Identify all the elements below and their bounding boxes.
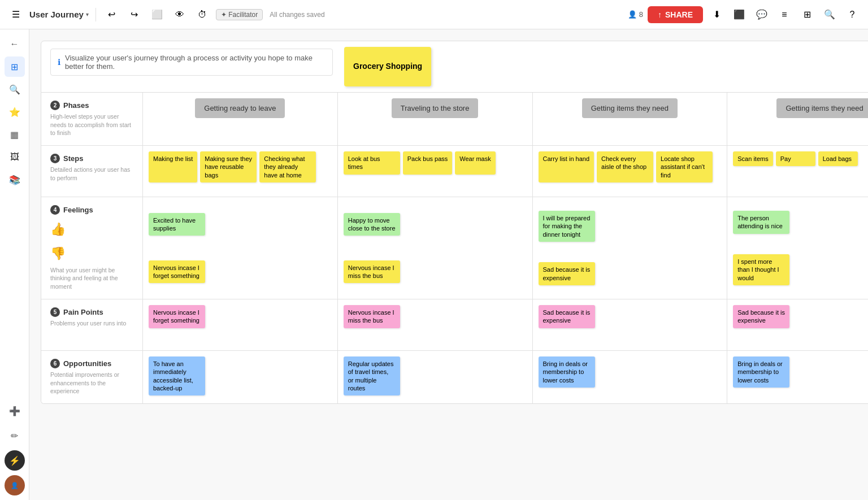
step-note-3-1[interactable]: Carry list in hand: [539, 151, 594, 182]
step-note-1-2[interactable]: Making sure they have reusable bags: [200, 151, 257, 182]
users-count: 8: [639, 10, 643, 19]
steps-cell-1: Making the list Making sure they have re…: [143, 146, 338, 197]
opp-cell-3: Bring in deals or membership to lower co…: [533, 351, 728, 403]
feeling-neg-3[interactable]: Sad because it is expensive: [539, 262, 595, 285]
sidebar-item-add[interactable]: ➕: [5, 401, 25, 421]
feeling-neg-1[interactable]: Nervous incase I forget something: [149, 260, 205, 284]
present-button[interactable]: ⬛: [730, 6, 748, 24]
chevron-down-icon: ▾: [86, 11, 89, 18]
redo-button[interactable]: ↪: [125, 6, 144, 24]
frame-button[interactable]: ⬜: [148, 6, 166, 24]
pain-note-4[interactable]: Sad because it is expensive: [733, 305, 789, 328]
feeling-pos-2[interactable]: Happy to move close to the store: [344, 213, 400, 236]
step-note-3-2[interactable]: Check every aisle of the shop: [597, 151, 653, 182]
step-note-3-3[interactable]: Locate shop assistant if can't find: [656, 151, 713, 182]
sidebar-item-search[interactable]: 🔍: [5, 79, 25, 99]
feeling-pos-4[interactable]: The person attending is nice: [733, 211, 789, 234]
user-icon: 👤: [628, 10, 637, 19]
feelings-desc: What your user might be thinking and fee…: [50, 266, 133, 291]
steps-cell-4: Scan items Pay Load bags: [727, 146, 868, 197]
sidebar-item-home[interactable]: ←: [5, 34, 25, 54]
canvas-inner: ℹ Visualize your user's journey through …: [29, 29, 868, 427]
opp-cells: To have an immediately accessible list, …: [143, 351, 868, 403]
step-note-4-1[interactable]: Scan items: [733, 151, 772, 166]
step-note-1-3[interactable]: Checking what they already have at home: [259, 151, 316, 182]
opp-desc: Potential improvements or enhancements t…: [50, 371, 133, 395]
thumbs-up-icon: 👍: [50, 218, 133, 241]
feeling-pos-1[interactable]: Excited to have supplies: [149, 213, 205, 236]
undo-button[interactable]: ↩: [103, 6, 121, 24]
phase-box-4[interactable]: Getting items they need: [776, 98, 868, 118]
sidebar-item-apps[interactable]: ▦: [5, 124, 25, 145]
step-note-4-3[interactable]: Load bags: [818, 151, 858, 166]
feelings-label: 4 Feelings 👍 👎 What your user might be t…: [41, 197, 143, 299]
feelings-cell-4: The person attending is nice I spent mor…: [727, 197, 868, 299]
feeling-pos-3[interactable]: I will be prepared for making the dinner…: [539, 211, 595, 242]
opp-note-4[interactable]: Bring in deals or membership to lower co…: [733, 356, 789, 388]
phase-box-3[interactable]: Getting items they need: [582, 98, 678, 118]
saved-status: All changes saved: [270, 11, 324, 19]
phase-label-4: Getting items they need: [785, 104, 863, 112]
sidebar-item-favorites[interactable]: ⭐: [5, 102, 25, 122]
phase-cell-4: Getting items they need: [727, 93, 868, 145]
step-note-2-2[interactable]: Pack bus pass: [403, 151, 453, 175]
comment-button[interactable]: 💬: [753, 6, 771, 24]
facilitator-label: ✦ Facilitator: [221, 11, 258, 19]
sidebar-item-images[interactable]: 🖼: [5, 147, 25, 167]
facilitator-badge[interactable]: ✦ Facilitator: [216, 9, 263, 20]
phases-row: 2 Phases High-level steps your user need…: [41, 93, 868, 146]
phases-label: 2 Phases High-level steps your user need…: [41, 93, 143, 145]
pain-note-2[interactable]: Nervous incase I miss the bus: [344, 305, 400, 328]
sidebar-item-avatar[interactable]: 👤: [5, 475, 25, 495]
opp-note-2[interactable]: Regular updates of travel times, or mult…: [344, 356, 400, 395]
phase-label-2: Traveling to the store: [401, 104, 470, 112]
step-note-1-1[interactable]: Making the list: [149, 151, 197, 182]
opp-title: 6 Opportunities: [50, 359, 133, 368]
top-info-row: ℹ Visualize your user's journey through …: [41, 41, 868, 93]
phases-cells: Getting ready to leave Traveling to the …: [143, 93, 868, 145]
feelings-title: 4 Feelings: [50, 205, 133, 215]
feelings-num-badge: 4: [50, 205, 60, 215]
phase-box-1[interactable]: Getting ready to leave: [195, 98, 285, 118]
feeling-neg-4[interactable]: I spent more than I thought I would: [733, 254, 789, 285]
sidebar-item-lightning[interactable]: ⚡: [5, 450, 25, 471]
phase-num-badge: 2: [50, 101, 60, 110]
timer-button[interactable]: ⏱: [193, 6, 211, 24]
info-text: Visualize your user's journey through a …: [65, 54, 326, 71]
table-button[interactable]: ⊞: [798, 6, 816, 24]
help-button[interactable]: ?: [843, 6, 861, 24]
opp-cell-4: Bring in deals or membership to lower co…: [727, 351, 868, 403]
pain-note-3[interactable]: Sad because it is expensive: [539, 305, 595, 328]
phases-desc: High-level steps your user needs to acco…: [50, 112, 133, 137]
step-note-4-2[interactable]: Pay: [776, 151, 815, 166]
nav-right: 👤 8 ↑ SHARE ⬇ ⬛ 💬 ≡ ⊞ 🔍 ?: [628, 6, 861, 24]
opp-note-3[interactable]: Bring in deals or membership to lower co…: [539, 356, 595, 388]
sidebar-toggle[interactable]: ☰: [7, 6, 25, 24]
thumbs-down-icon: 👎: [50, 242, 133, 266]
sidebar-item-pen[interactable]: ✏: [5, 425, 25, 446]
reactions-button[interactable]: ≡: [775, 6, 793, 24]
journey-title-note[interactable]: Grocery Shopping: [344, 47, 431, 86]
steps-cell-2: Look at bus times Pack bus pass Wear mas…: [338, 146, 533, 197]
pain-cells: Nervous incase I forget something Nervou…: [143, 299, 868, 350]
zoom-button[interactable]: 🔍: [821, 6, 839, 24]
pain-note-1[interactable]: Nervous incase I forget something: [149, 305, 205, 328]
info-banner: ℹ Visualize your user's journey through …: [50, 49, 333, 76]
opp-note-1[interactable]: To have an immediately accessible list, …: [149, 356, 205, 395]
title-area[interactable]: User Journey ▾: [29, 10, 89, 19]
view-button[interactable]: 👁: [171, 6, 189, 24]
sidebar-item-library[interactable]: 📚: [5, 169, 25, 190]
feelings-heading: Feelings: [63, 206, 93, 214]
phase-box-2[interactable]: Traveling to the store: [392, 98, 479, 118]
share-icon: ↑: [658, 10, 662, 19]
pain-cell-2: Nervous incase I miss the bus: [338, 299, 533, 350]
steps-title: 3 Steps: [50, 154, 133, 163]
share-button[interactable]: ↑ SHARE: [648, 6, 703, 23]
step-note-2-3[interactable]: Wear mask: [455, 151, 495, 175]
download-button[interactable]: ⬇: [708, 6, 726, 24]
phase-cell-2: Traveling to the store: [338, 93, 533, 145]
feeling-neg-2[interactable]: Nervous incase I miss the bus: [344, 260, 400, 284]
sidebar-item-boards[interactable]: ⊞: [5, 56, 25, 77]
step-note-2-1[interactable]: Look at bus times: [344, 151, 400, 175]
pain-cell-4: Sad because it is expensive: [727, 299, 868, 350]
